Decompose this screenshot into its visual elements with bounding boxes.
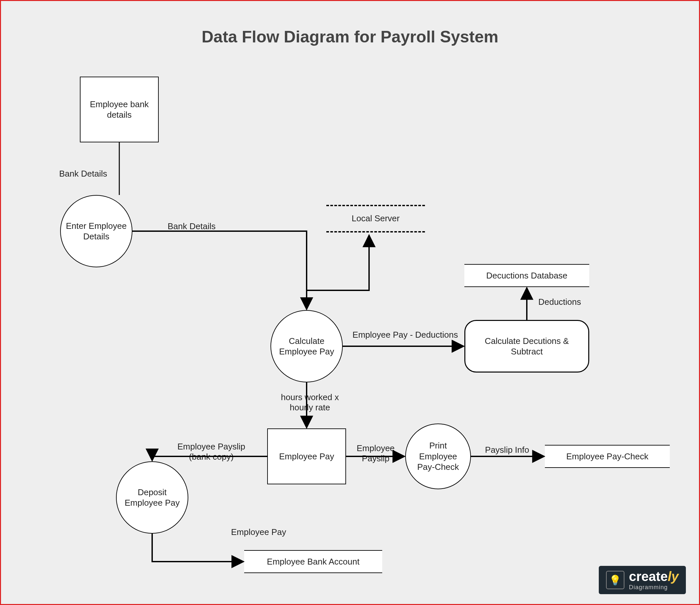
brand-suffix: ly <box>668 569 679 584</box>
page-frame: Data Flow Diagram for Payroll System Emp… <box>0 0 700 605</box>
brand-logo: 💡 creately Diagramming <box>599 566 686 594</box>
lightbulb-icon: 💡 <box>606 571 624 589</box>
brand-tagline: Diagramming <box>629 584 679 590</box>
diagram-edges <box>21 21 679 584</box>
brand-name: create <box>629 569 668 584</box>
diagram-canvas: Data Flow Diagram for Payroll System Emp… <box>21 21 679 584</box>
